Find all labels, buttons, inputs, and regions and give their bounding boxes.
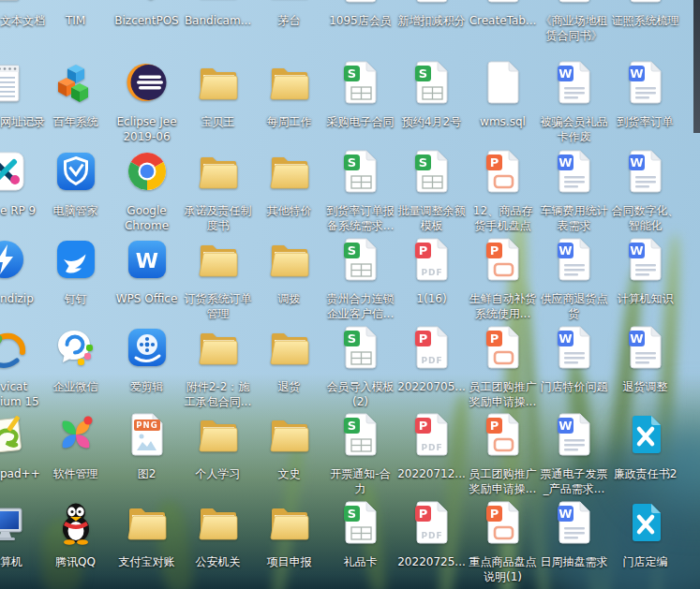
desktop-icon[interactable]: ndizip — [0, 237, 40, 323]
desktop-icon[interactable]: Google Chrome — [112, 149, 183, 235]
desktop-icon[interactable]: S 1095店会员 — [325, 0, 396, 45]
svg-text:S: S — [419, 66, 427, 81]
desktop-icon[interactable]: 网址记录 — [0, 60, 40, 146]
desktop-icon[interactable]: 调拨 — [254, 237, 325, 323]
ppt-doc-icon: P — [481, 149, 526, 198]
ppt-doc-icon: P — [481, 237, 526, 286]
svg-text:PDF: PDF — [421, 268, 442, 277]
bandizip-icon — [0, 237, 27, 286]
desktop-icon[interactable]: e RP 9 — [0, 149, 40, 235]
desktop-icon[interactable]: S 批量调整余额模板 — [396, 149, 468, 235]
desktop-icon[interactable]: W 被骗会员礼品卡作废 — [539, 60, 610, 146]
desktop-icon[interactable]: Bandicam... — [183, 0, 254, 45]
desktop-icon[interactable]: W 到货率订单 — [610, 60, 681, 146]
desktop-icon[interactable]: 茅台 — [254, 0, 325, 45]
teal-x-doc-icon — [623, 412, 668, 461]
desktop-icon[interactable]: PPDF20220725... — [396, 500, 468, 586]
desktop-icon[interactable]: 证照系统梳理 — [610, 0, 681, 45]
icon-label: 车辆费用统计表需求 — [540, 203, 608, 233]
desktop-icon[interactable]: vicat ium 15 — [0, 325, 40, 411]
desktop-icon[interactable]: S 贵州合力连锁企业客户信... — [325, 237, 396, 323]
lines-doc-icon — [552, 0, 597, 7]
desktop-icon[interactable]: TIM — [40, 0, 112, 45]
excel-doc-icon: S — [410, 0, 454, 7]
desktop-icon[interactable]: P员工团购推广奖励申请操... — [468, 412, 539, 498]
desktop-icon[interactable]: 电脑管家 — [40, 149, 112, 235]
desktop-icon[interactable]: S 到货率订单报备系统需求... — [325, 149, 396, 235]
desktop-icon[interactable]: 项目申报 — [254, 500, 325, 586]
desktop-icon[interactable]: 百年系统 — [40, 60, 112, 146]
desktop-icon[interactable]: BizcentPOS — [112, 0, 183, 45]
desktop-icon[interactable]: W 退货调整 — [610, 325, 681, 411]
desktop-icon[interactable]: W 合同数字化、智能化 — [610, 149, 681, 235]
svg-text:W: W — [630, 66, 643, 81]
desktop-icon[interactable]: 企业微信 — [40, 325, 112, 411]
desktop-icon[interactable]: 承诺及责任制度书 — [183, 149, 254, 235]
tim-icon — [53, 0, 98, 7]
desktop-icon[interactable]: P生鲜自动补货系统使用... — [468, 237, 539, 323]
icon-label: 1(16) — [397, 291, 466, 306]
icon-label: wms.sql — [469, 114, 537, 129]
desktop-icon[interactable]: wms.sql — [468, 60, 539, 146]
desktop-icon[interactable]: 爱剪辑 — [112, 325, 183, 411]
desktop-icon[interactable]: W 车辆费用统计表需求 — [539, 149, 610, 235]
desktop-icon[interactable]: PNG 图2 — [112, 412, 183, 498]
desktop-icon[interactable]: W 供应商退货点货 — [539, 237, 610, 323]
svg-text:W: W — [559, 66, 572, 81]
desktop-icon[interactable]: 《商业场地租赁合同书》 — [539, 0, 610, 45]
desktop-icon[interactable]: W 门店特价问题 — [539, 325, 610, 411]
icon-label: 日周抽盘需求 — [540, 554, 608, 569]
desktop-icon[interactable]: 订货系统订单管理 — [183, 237, 254, 323]
desktop-icon[interactable]: 支付宝对账 — [112, 500, 183, 586]
desktop-icon[interactable]: 文史 — [254, 412, 325, 498]
desktop-icon[interactable]: W 计算机知识 — [610, 237, 681, 323]
svg-text:W: W — [559, 507, 572, 521]
desktop-icon[interactable]: S 新增扣减积分 — [396, 0, 468, 45]
icon-label: 《商业场地租赁合同书》 — [540, 13, 608, 43]
folder-icon — [267, 60, 312, 109]
desktop-icon[interactable]: 廉政责任书2 — [610, 412, 681, 498]
svg-text:P: P — [490, 419, 499, 433]
desktop-icon[interactable]: 钉钉 — [40, 237, 112, 323]
desktop-icon[interactable]: 算机 — [0, 500, 40, 586]
desktop-icon[interactable]: WWPS Office — [112, 237, 183, 323]
desktop-icon[interactable]: 软件管理 — [40, 412, 112, 498]
desktop-icon[interactable]: S 会员导入模板(2) — [325, 325, 396, 411]
desktop-icon[interactable]: 其他特价 — [254, 149, 325, 235]
excel-doc-icon: S — [338, 149, 383, 198]
desktop-icon[interactable]: 公安机关 — [183, 500, 254, 586]
desktop-icon[interactable]: 退货 — [254, 325, 325, 411]
desktop: 文本文档TIM BizcentPOS Bandicam... 茅台 S 1095… — [0, 0, 700, 589]
desktop-icon[interactable]: pad++ — [0, 412, 40, 498]
navicat-icon — [0, 325, 27, 374]
desktop-icon[interactable]: 门店定编 — [610, 500, 681, 586]
desktop-icon[interactable]: P12、商品存货手机盘点 — [468, 149, 539, 235]
desktop-icon[interactable]: Eclipse Jee 2019-06 — [112, 60, 183, 146]
icon-label: 宝贝王 — [184, 114, 252, 129]
desktop-icon[interactable]: S 采购电子合同 — [325, 60, 396, 146]
word-doc-icon: W — [552, 149, 597, 198]
icon-label: 附件2-2：施工承包合同... — [184, 379, 252, 409]
desktop-icon[interactable]: S 礼品卡 — [325, 500, 396, 586]
svg-text:P: P — [490, 243, 499, 258]
desktop-icon[interactable]: S 开票通知-合力 — [325, 412, 396, 498]
desktop-icon[interactable]: PPDF1(16) — [396, 237, 468, 323]
desktop-icon[interactable]: P重点商品盘点说明(1) — [468, 500, 539, 586]
desktop-icon[interactable]: W 票通电子发票_产品需求... — [539, 412, 610, 498]
desktop-icon[interactable]: PPDF20220712... — [396, 412, 468, 498]
desktop-icon[interactable]: 腾讯QQ — [40, 500, 112, 586]
notepad-icon — [0, 60, 27, 109]
desktop-icon[interactable]: CreateTab... — [468, 0, 539, 45]
desktop-icon[interactable]: W 日周抽盘需求 — [539, 500, 610, 586]
notepad-plus-icon — [0, 412, 27, 461]
icon-label: 新增扣减积分 — [397, 13, 466, 28]
desktop-icon[interactable]: 个人学习 — [183, 412, 254, 498]
desktop-icon[interactable]: 宝贝王 — [183, 60, 254, 146]
desktop-icon[interactable]: P员工团购推广奖励申请操... — [468, 325, 539, 411]
desktop-icon[interactable]: 附件2-2：施工承包合同... — [183, 325, 254, 411]
png-image-icon: PNG — [125, 412, 170, 461]
desktop-icon[interactable]: 每周工作 — [254, 60, 325, 146]
desktop-icon[interactable]: 文本文档 — [0, 0, 40, 45]
desktop-icon[interactable]: S 预约4月2号 — [396, 60, 468, 146]
desktop-icon[interactable]: PPDF20220705... — [396, 325, 468, 411]
